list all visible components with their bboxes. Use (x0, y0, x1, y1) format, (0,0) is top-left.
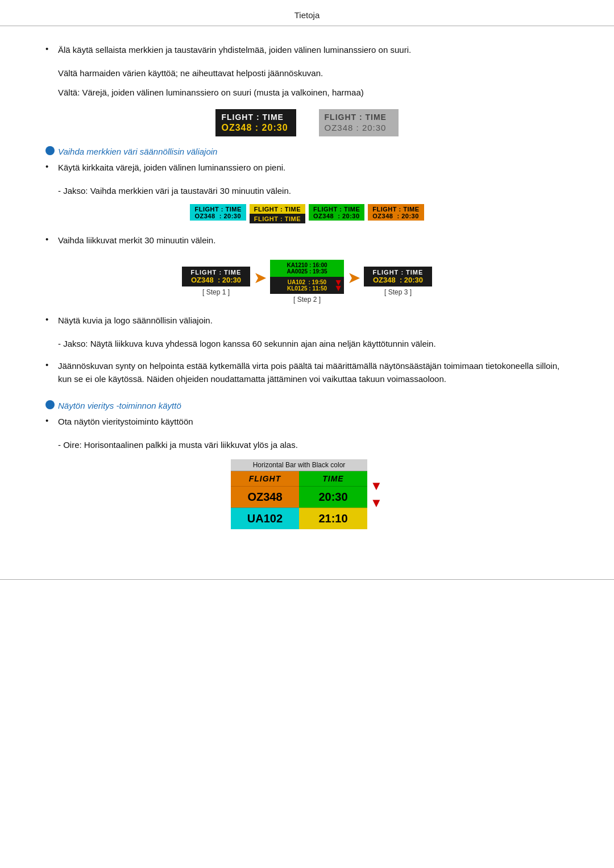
page-header: Tietoja (0, 0, 614, 26)
section1-label: Vaihda merkkien väri säännöllisin väliaj… (58, 147, 217, 156)
cb1-row2: OZ348 : 20:30 (194, 213, 241, 219)
indent-para1: Vältä harmaiden värien käyttöä; ne aiheu… (58, 67, 569, 99)
cb1-row1: FLIGHT : TIME (194, 206, 241, 213)
scroll-arrow-down: ▼ (370, 497, 383, 509)
page-content: • Älä käytä sellaista merkkien ja tausta… (0, 26, 614, 556)
cycle-boxes-row: FLIGHT : TIME OZ348 : 20:30 FLIGHT : TIM… (45, 204, 569, 223)
para2: Vältä: Värejä, joiden välinen luminanssi… (58, 86, 569, 99)
scroll-data-row2: UA102 21:10 (231, 508, 367, 529)
arrow-1: ➤ (254, 270, 267, 293)
bullet-item-6: • Ota näytön vieritystoiminto käyttöön (45, 415, 569, 434)
cb2-row2: FLIGHT : TIME (254, 215, 301, 222)
scroll-d2-col2: 21:10 (299, 508, 367, 529)
cb4-row1: FLIGHT : TIME (372, 206, 419, 213)
step2-label: [ Step 2 ] (270, 296, 344, 304)
scroll-panel-wrapper: Horizontal Bar with Black color FLIGHT T… (45, 459, 569, 529)
cb2-row1: FLIGHT : TIME (254, 206, 301, 213)
fb-gray-row1: FLIGHT : TIME (325, 113, 391, 122)
step3-label: [ Step 3 ] (364, 288, 432, 296)
blue-circle-icon-1 (45, 146, 55, 155)
step2-down-arrow-2: ▼ (334, 284, 343, 293)
arrow-2: ➤ (347, 270, 360, 293)
flight-box-gray: FLIGHT : TIME OZ348 : 20:30 (319, 109, 399, 136)
scroll-panel: Horizontal Bar with Black color FLIGHT T… (231, 459, 383, 529)
cycle-box-2: FLIGHT : TIME FLIGHT : TIME (250, 204, 305, 223)
bullet-text-4: Näytä kuvia ja logo säännöllisin väliajo… (58, 314, 569, 327)
bullet-item-2: • Käytä kirkkaita värejä, joiden välinen… (45, 161, 569, 180)
bullet-text-2: Käytä kirkkaita värejä, joiden välinen l… (58, 161, 569, 174)
step3-row1: FLIGHT : TIME (370, 269, 426, 276)
bullet-dot-1: • (45, 44, 58, 53)
bullet-dot-2: • (45, 161, 58, 171)
scroll-data-row1: OZ348 20:30 (231, 486, 367, 508)
step1-row2: OZ348 : 20:30 (188, 276, 244, 284)
bullet-text-6: Ota näytön vieritystoiminto käyttöön (58, 415, 569, 428)
cb4-row2: OZ348 : 20:30 (372, 213, 419, 219)
scroll-d2-col1: UA102 (231, 508, 299, 529)
bullet-dot-4: • (45, 314, 58, 324)
step2-row1b: AA0025 : 19:35 (276, 268, 338, 275)
bullet-dot-3: • (45, 234, 58, 244)
page-footer (0, 579, 614, 596)
section-header-2: Näytön vieritys -toiminnon käyttö (45, 401, 569, 410)
sub3: - Oire: Horisontaalinen palkki ja musta … (58, 438, 569, 451)
cycle-box-4: FLIGHT : TIME OZ348 : 20:30 (368, 204, 424, 223)
bullet-item-3: • Vaihda liikkuvat merkit 30 minuutin vä… (45, 234, 569, 252)
fb-dark-row1: FLIGHT : TIME (221, 113, 288, 122)
para1: Vältä harmaiden värien käyttöä; ne aiheu… (58, 67, 569, 80)
sub3-text: - Oire: Horisontaalinen palkki ja musta … (58, 440, 298, 450)
step-box-1: FLIGHT : TIME OZ348 : 20:30 [ Step 1 ] (182, 267, 250, 296)
sub2: - Jakso: Näytä liikkuva kuva yhdessä log… (58, 337, 569, 350)
scroll-panel-main: Horizontal Bar with Black color FLIGHT T… (231, 459, 367, 529)
scroll-arrow-up: ▼ (370, 480, 383, 492)
step2-row1a: KA1210 : 16:00 (276, 262, 338, 268)
step3-row2: OZ348 : 20:30 (370, 276, 426, 284)
blue-circle-icon-2 (45, 400, 55, 409)
step-box-3: FLIGHT : TIME OZ348 : 20:30 [ Step 3 ] (364, 267, 432, 296)
sub1: - Jakso: Vaihda merkkien väri ja taustav… (58, 184, 569, 197)
sub1-text: - Jakso: Vaihda merkkien väri ja taustav… (58, 186, 291, 196)
fb-dark-row2: OZ348 : 20:30 (221, 123, 288, 133)
step1-row1: FLIGHT : TIME (188, 269, 244, 276)
bullet-text-5: Jäännöskuvan synty on helpointa estää ky… (58, 359, 569, 386)
cb3-row2: OZ348 : 20:30 (313, 213, 360, 219)
section-header-1: Vaihda merkkien väri säännöllisin väliaj… (45, 147, 569, 156)
sub2-text: - Jakso: Näytä liikkuva kuva yhdessä log… (58, 339, 436, 348)
section2-label: Näytön vieritys -toiminnon käyttö (58, 401, 181, 410)
step-box-2: KA1210 : 16:00 AA0025 : 19:35 UA102 : 19… (270, 260, 344, 304)
scroll-d1-col2: 20:30 (299, 486, 367, 508)
scroll-h-col2: TIME (299, 471, 367, 486)
bullet-text-3: Vaihda liikkuvat merkit 30 minuutin väle… (58, 234, 569, 247)
fb-gray-row2: OZ348 : 20:30 (325, 123, 391, 132)
bullet-text-1: Älä käytä sellaista merkkien ja taustavä… (58, 43, 569, 56)
bullet-dot-6: • (45, 416, 58, 425)
bullet-item-5: • Jäännöskuvan synty on helpointa estää … (45, 359, 569, 392)
step1-label: [ Step 1 ] (182, 288, 250, 296)
scroll-h-col1: FLIGHT (231, 471, 299, 486)
flight-box-dark: FLIGHT : TIME OZ348 : 20:30 (215, 109, 296, 136)
scroll-arrows: ▼ ▼ (367, 459, 383, 529)
scroll-header-row: FLIGHT TIME (231, 471, 367, 486)
bullet-item-1: • Älä käytä sellaista merkkien ja tausta… (45, 43, 569, 62)
bullet-item-4: • Näytä kuvia ja logo säännöllisin välia… (45, 314, 569, 333)
cb3-row1: FLIGHT : TIME (313, 206, 360, 213)
cycle-box-1: FLIGHT : TIME OZ348 : 20:30 (190, 204, 246, 223)
step2-row2b: KL0125 : 11:50 (276, 285, 338, 292)
cycle-box-3: FLIGHT : TIME OZ348 : 20:30 (309, 204, 364, 223)
bullet-dot-5: • (45, 360, 58, 369)
scroll-header: Horizontal Bar with Black color (231, 459, 367, 471)
scroll-d1-col1: OZ348 (231, 486, 299, 508)
steps-row: FLIGHT : TIME OZ348 : 20:30 [ Step 1 ] ➤… (45, 260, 569, 304)
flight-boxes-row: FLIGHT : TIME OZ348 : 20:30 FLIGHT : TIM… (45, 109, 569, 136)
step2-row2a: UA102 : 19:50 (276, 279, 338, 285)
